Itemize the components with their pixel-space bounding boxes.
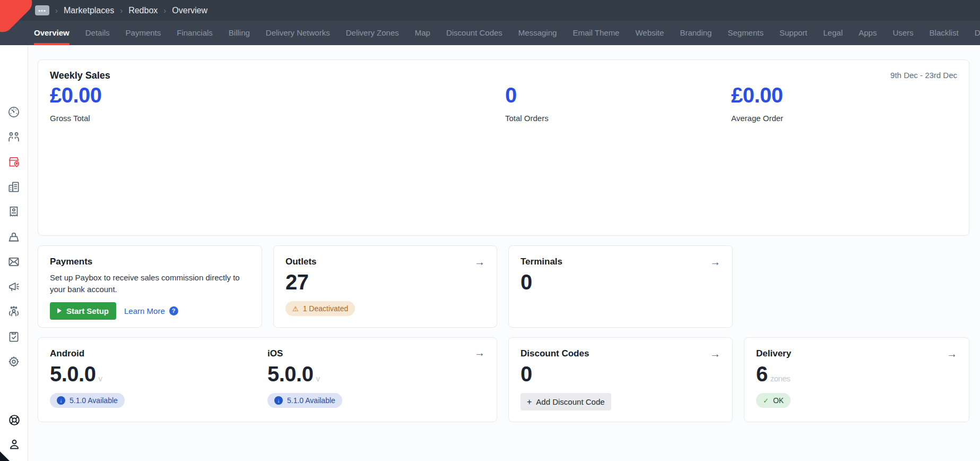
- stat-total-orders-value: 0: [505, 83, 549, 107]
- sidebar-item-dashboard[interactable]: [7, 105, 21, 119]
- lifebuoy-support-icon: [7, 413, 21, 427]
- tab-payments[interactable]: Payments: [126, 21, 161, 45]
- tab-details[interactable]: Details: [85, 21, 110, 45]
- terminals-count: 0: [521, 270, 721, 294]
- payments-description: Set up Paybox to receive sales commissio…: [50, 272, 250, 295]
- settings-gear-icon: [7, 355, 21, 369]
- android-update-badge[interactable]: ↓ 5.1.0 Available: [50, 393, 125, 408]
- tab-overview[interactable]: Overview: [34, 21, 70, 45]
- sidebar-item-support-help[interactable]: [7, 413, 21, 427]
- breadcrumb-item-overview[interactable]: Overview: [172, 6, 207, 15]
- tab-segments[interactable]: Segments: [727, 21, 764, 45]
- breadcrumb: ••• › Marketplaces › Redbox › Overview: [35, 0, 207, 21]
- warning-triangle-icon: ⚠: [292, 305, 299, 313]
- dashboard-gauge-icon: [7, 105, 21, 119]
- account-person-icon: [7, 438, 21, 451]
- outlets-count: 27: [285, 270, 485, 294]
- ios-title: iOS: [267, 348, 342, 359]
- sidebar-item-customers[interactable]: [7, 205, 21, 219]
- start-setup-label: Start Setup: [66, 306, 109, 315]
- partners-people-icon: [7, 130, 21, 144]
- sidebar-item-mail[interactable]: [7, 255, 21, 269]
- sidebar-item-orders[interactable]: [7, 330, 21, 344]
- top-bar: ••• › Marketplaces › Redbox › Overview: [0, 0, 980, 21]
- add-discount-code-label: Add Discount Code: [536, 397, 604, 406]
- payments-card-title: Payments: [50, 257, 250, 267]
- stat-average-order-label: Average Order: [731, 114, 783, 123]
- tab-email-theme[interactable]: Email Theme: [573, 21, 619, 45]
- delivery-card-title: Delivery: [756, 348, 791, 359]
- breadcrumb-more-button[interactable]: •••: [35, 5, 49, 15]
- teams-group-icon: [7, 305, 21, 319]
- outlets-arrow-link[interactable]: →: [474, 257, 485, 267]
- terminals-arrow-link[interactable]: →: [710, 257, 721, 267]
- ios-update-badge[interactable]: ↓ 5.1.0 Available: [267, 393, 342, 408]
- tab-map[interactable]: Map: [415, 21, 430, 45]
- stat-gross-total: £0.00 Gross Total: [50, 83, 102, 123]
- breadcrumb-item-redbox[interactable]: Redbox: [128, 6, 158, 15]
- discount-codes-arrow-link[interactable]: →: [710, 348, 721, 359]
- ios-version-suffix: v: [316, 374, 319, 383]
- tab-legal[interactable]: Legal: [823, 21, 843, 45]
- tab-branding[interactable]: Branding: [680, 21, 712, 45]
- tab-users[interactable]: Users: [892, 21, 913, 45]
- tab-bar: Overview Details Payments Financials Bil…: [0, 21, 980, 45]
- sidebar-item-teams[interactable]: [7, 305, 21, 319]
- tab-support[interactable]: Support: [779, 21, 808, 45]
- till-register-icon: [7, 230, 21, 244]
- stat-average-order: £0.00 Average Order: [731, 83, 783, 123]
- android-version: 5.0.0v: [50, 362, 125, 386]
- learn-more-label: Learn More: [124, 306, 165, 315]
- mobile-apps-card: → Android 5.0.0v ↓ 5.1.0 Available iOS 5…: [38, 337, 497, 422]
- tab-apps[interactable]: Apps: [858, 21, 877, 45]
- weekly-sales-title: Weekly Sales: [50, 70, 110, 81]
- payments-card: Payments Set up Paybox to receive sales …: [38, 245, 262, 328]
- tab-delivery-networks[interactable]: Delivery Networks: [266, 21, 330, 45]
- tab-financials[interactable]: Financials: [177, 21, 213, 45]
- corner-widget: [0, 451, 10, 461]
- start-setup-button[interactable]: Start Setup: [50, 302, 116, 320]
- stat-total-orders: 0 Total Orders: [505, 83, 549, 123]
- download-icon: ↓: [57, 396, 65, 405]
- sidebar-item-marketplace[interactable]: [7, 155, 21, 169]
- delivery-card: Delivery → 6zones ✓ OK: [744, 337, 969, 422]
- delivery-status-badge: ✓ OK: [756, 393, 791, 408]
- discount-codes-card-title: Discount Codes: [521, 348, 589, 359]
- stat-average-order-value: £0.00: [731, 83, 783, 107]
- delivery-arrow-link[interactable]: →: [947, 348, 957, 359]
- apps-arrow-link[interactable]: →: [474, 347, 485, 358]
- tab-dns[interactable]: DNS: [975, 21, 980, 45]
- mail-envelope-icon: [7, 255, 21, 269]
- tab-billing[interactable]: Billing: [229, 21, 250, 45]
- help-question-icon[interactable]: ?: [169, 306, 178, 315]
- sidebar-item-till[interactable]: [7, 230, 21, 244]
- check-icon: ✓: [763, 397, 769, 405]
- ios-app-section: iOS 5.0.0v ↓ 5.1.0 Available: [267, 348, 342, 408]
- breadcrumb-item-marketplaces[interactable]: Marketplaces: [64, 6, 114, 15]
- discount-codes-card: Discount Codes → 0 + Add Discount Code: [508, 337, 733, 422]
- learn-more-link[interactable]: Learn More ?: [124, 306, 178, 315]
- delivery-zones-count: 6zones: [756, 362, 957, 386]
- add-discount-code-button[interactable]: + Add Discount Code: [521, 393, 611, 411]
- android-title: Android: [50, 348, 125, 359]
- discount-codes-count: 0: [521, 362, 721, 386]
- marketplace-store-icon: [7, 155, 21, 169]
- weekly-sales-date-range: 9th Dec - 23rd Dec: [890, 71, 957, 80]
- sidebar-item-settings[interactable]: [7, 355, 21, 369]
- outlets-card-title: Outlets: [285, 257, 317, 267]
- sidebar-item-outlets[interactable]: [7, 180, 21, 194]
- tab-website[interactable]: Website: [635, 21, 664, 45]
- tab-messaging[interactable]: Messaging: [518, 21, 557, 45]
- delivery-status-label: OK: [773, 396, 784, 405]
- ios-update-label: 5.1.0 Available: [287, 396, 335, 405]
- sidebar-item-account[interactable]: [7, 438, 21, 451]
- tab-discount-codes[interactable]: Discount Codes: [446, 21, 502, 45]
- terminals-card-title: Terminals: [521, 257, 562, 267]
- android-update-label: 5.1.0 Available: [70, 396, 118, 405]
- sidebar-item-partners[interactable]: [7, 130, 21, 144]
- weekly-sales-card: Weekly Sales 9th Dec - 23rd Dec £0.00 Gr…: [38, 59, 969, 236]
- sidebar-item-announcements[interactable]: [7, 280, 21, 294]
- tab-blacklist[interactable]: Blacklist: [930, 21, 959, 45]
- tab-list: Overview Details Payments Financials Bil…: [0, 21, 980, 45]
- tab-delivery-zones[interactable]: Delivery Zones: [346, 21, 399, 45]
